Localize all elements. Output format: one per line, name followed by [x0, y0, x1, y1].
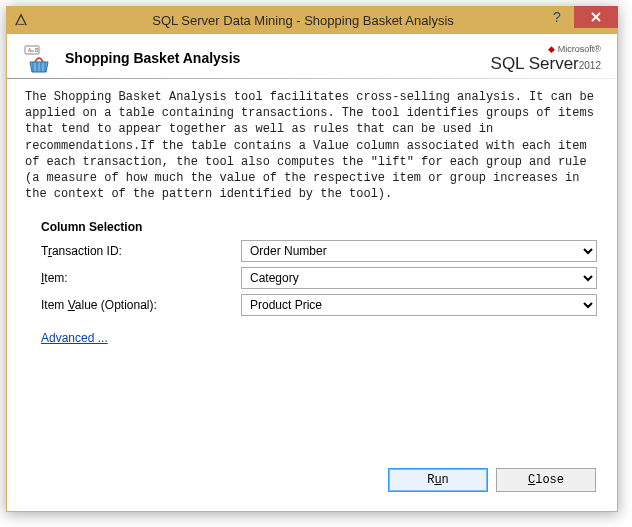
- item-value-select[interactable]: Product Price: [241, 294, 597, 316]
- transaction-id-select[interactable]: Order Number: [241, 240, 597, 262]
- titlebar: SQL Server Data Mining - Shopping Basket…: [6, 6, 618, 34]
- transaction-id-label: Transaction ID:: [41, 244, 241, 258]
- page-title: Shopping Basket Analysis: [65, 50, 240, 66]
- help-button[interactable]: ?: [540, 6, 574, 28]
- column-selection-label: Column Selection: [41, 220, 597, 234]
- shopping-basket-icon: A B: [23, 42, 55, 74]
- run-button[interactable]: Run: [388, 468, 488, 492]
- item-label: Item:: [41, 271, 241, 285]
- description-text: The Shopping Basket Analysis tool facili…: [7, 85, 617, 212]
- divider: [7, 78, 617, 79]
- close-button[interactable]: Close: [496, 468, 596, 492]
- window-title: SQL Server Data Mining - Shopping Basket…: [0, 13, 618, 28]
- advanced-link[interactable]: Advanced ...: [41, 331, 108, 345]
- sql-server-logo: ◆ Microsoft® SQL Server2012: [491, 42, 601, 74]
- close-window-button[interactable]: [574, 6, 618, 28]
- close-icon: [591, 12, 601, 22]
- item-select[interactable]: Category: [241, 267, 597, 289]
- item-value-label: Item Value (Optional):: [41, 298, 241, 312]
